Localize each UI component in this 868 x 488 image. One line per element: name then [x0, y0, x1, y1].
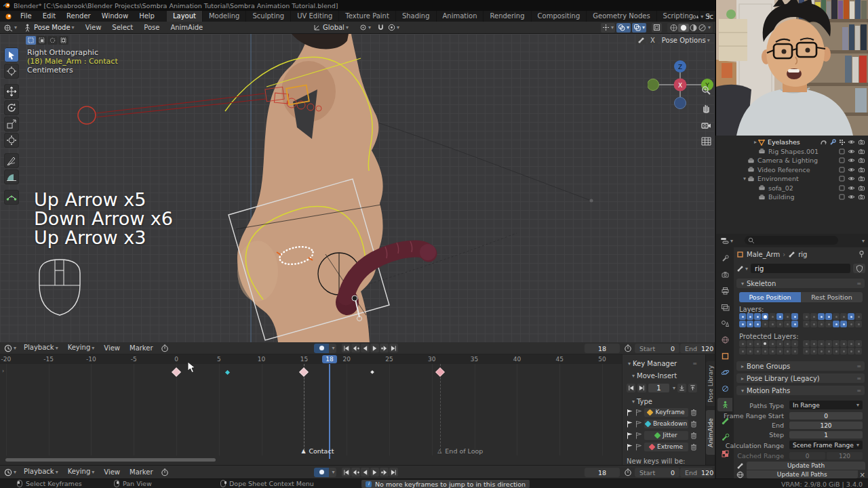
- workspace-tab-uv-editing[interactable]: UV Editing: [291, 11, 339, 22]
- layer-toggle[interactable]: [840, 321, 847, 327]
- layer-toggle[interactable]: [840, 340, 847, 347]
- layer-toggle[interactable]: [848, 348, 854, 354]
- auto-keying-dropdown[interactable]: ▾: [329, 468, 336, 477]
- use-preview-range-icon[interactable]: [624, 468, 632, 476]
- keyframe-0-keyframe-selected[interactable]: [172, 368, 180, 375]
- marker-label[interactable]: Contact: [309, 447, 334, 455]
- trash-icon[interactable]: [690, 420, 697, 428]
- panel-bone-groups[interactable]: ▸ Bone Groups ≡: [736, 361, 865, 371]
- move-tool[interactable]: [4, 84, 19, 99]
- select-mode-lasso[interactable]: [58, 36, 68, 45]
- stopwatch-icon[interactable]: [161, 468, 169, 476]
- camera-icon[interactable]: [858, 139, 865, 145]
- shading-solid-active[interactable]: [678, 24, 689, 32]
- select-mode-circle[interactable]: [47, 36, 58, 45]
- armature-overlay-chip[interactable]: [636, 35, 646, 45]
- mp-field-step[interactable]: 1: [789, 431, 863, 439]
- viewport-menu-view[interactable]: View: [80, 22, 107, 33]
- menu-render[interactable]: Render: [61, 11, 96, 22]
- mp-field-frame-range-start[interactable]: 0: [789, 412, 863, 420]
- transform-tool[interactable]: [4, 133, 19, 148]
- layer-toggle[interactable]: [739, 348, 746, 354]
- panel-pose-library[interactable]: ▸ Pose Library (Legacy) ≡: [736, 373, 865, 383]
- x-axis-chip[interactable]: X: [648, 35, 658, 45]
- timeline-ruler[interactable]: -20-15-10-50510152025303540455018: [0, 354, 622, 364]
- properties-tab-constraints[interactable]: [717, 382, 732, 395]
- layer-toggle[interactable]: [784, 313, 791, 320]
- properties-tab-output[interactable]: [717, 284, 732, 298]
- outliner-row-building[interactable]: Building: [716, 192, 868, 201]
- outliner-row-rig-shapes-001[interactable]: Rig Shapes.001: [716, 147, 868, 156]
- xray-toggle-button[interactable]: ▾: [632, 23, 646, 33]
- pan-hand-icon[interactable]: [701, 103, 711, 113]
- menu-view[interactable]: View: [99, 343, 125, 354]
- data-name-field[interactable]: rig: [751, 264, 850, 273]
- wrenchblue-icon[interactable]: [829, 139, 836, 146]
- rest-position-button[interactable]: Rest Position: [801, 292, 863, 302]
- marker-label[interactable]: End of Loop: [445, 447, 483, 455]
- outliner-item-label[interactable]: Environment: [757, 175, 799, 182]
- measure-tool[interactable]: [4, 169, 19, 184]
- layer-toggle[interactable]: [810, 348, 817, 354]
- keyframe-23-jitter[interactable]: [370, 370, 374, 374]
- breadcrumb-object[interactable]: Male_Arm: [747, 251, 780, 258]
- outliner-item-label[interactable]: Rig Shapes.001: [768, 148, 818, 155]
- layer-toggle[interactable]: [747, 313, 753, 320]
- layer-toggle[interactable]: [754, 313, 761, 320]
- flag-filled-icon[interactable]: [627, 443, 633, 451]
- jump-to-end-button[interactable]: [389, 344, 398, 352]
- panel-motion-paths[interactable]: ▾ Motion Paths ≡: [736, 386, 865, 395]
- key-type-button-keyframe[interactable]: Keyframe: [644, 408, 688, 417]
- exclude-checkbox[interactable]: [839, 176, 845, 182]
- layer-toggle[interactable]: [776, 321, 783, 327]
- proportional-edit-button[interactable]: ▾: [388, 24, 399, 31]
- layer-toggle[interactable]: [791, 340, 798, 347]
- exclude-checkbox[interactable]: [839, 185, 845, 191]
- layer-toggle[interactable]: [784, 321, 791, 327]
- auto-keying-dropdown[interactable]: ▾: [329, 344, 336, 353]
- layer-toggle[interactable]: [803, 321, 810, 327]
- layer-toggle[interactable]: [818, 340, 825, 347]
- panel-grip-icon[interactable]: ≡: [856, 388, 861, 394]
- layer-toggle[interactable]: [754, 348, 761, 354]
- frame-start-field[interactable]: Start0: [635, 468, 679, 477]
- workspace-tab-rendering[interactable]: Rendering: [484, 11, 531, 22]
- panel-grip-icon[interactable]: ≡: [692, 361, 697, 367]
- shading-wireframe-icon[interactable]: [669, 24, 678, 32]
- breadcrumb-data[interactable]: rig: [798, 251, 807, 258]
- layer-toggle[interactable]: [747, 340, 753, 347]
- layer-toggle[interactable]: [833, 340, 840, 347]
- exclude-checkbox[interactable]: [839, 167, 845, 173]
- update-path-button[interactable]: Update Path: [747, 462, 865, 470]
- eye-icon[interactable]: [848, 185, 855, 191]
- exclude-checkbox[interactable]: [839, 157, 845, 163]
- layer-toggle[interactable]: [776, 348, 783, 354]
- properties-tab-tool[interactable]: [717, 251, 732, 265]
- jump-back-button[interactable]: [627, 384, 635, 392]
- current-frame-field[interactable]: 18: [585, 344, 620, 353]
- jump-to-start-button[interactable]: [342, 344, 351, 352]
- layer-toggle[interactable]: [818, 313, 825, 320]
- eye-icon[interactable]: [848, 194, 855, 200]
- menu-window[interactable]: Window: [96, 11, 134, 22]
- trash-icon[interactable]: [690, 443, 697, 451]
- panel-grip-icon[interactable]: ≡: [856, 363, 861, 369]
- shading-material-icon[interactable]: [689, 24, 698, 32]
- jump-to-start-button[interactable]: [342, 468, 351, 476]
- layer-toggle[interactable]: [825, 321, 832, 327]
- next-keyframe-button[interactable]: [380, 344, 389, 352]
- channel-expander-icon[interactable]: ›: [2, 368, 4, 374]
- show-gizmo-button[interactable]: ▾: [601, 23, 615, 33]
- camera-view-icon[interactable]: [701, 121, 711, 129]
- frame-end-field[interactable]: End120: [680, 344, 713, 353]
- menu-edit[interactable]: Edit: [37, 11, 61, 22]
- layer-toggle[interactable]: [855, 313, 862, 320]
- prev-keyframe-button[interactable]: [351, 468, 360, 476]
- mp-dropdown-paths-type[interactable]: In Range▾: [789, 401, 863, 409]
- pose-options-tab[interactable]: Pose Options: [662, 37, 706, 44]
- outliner-row-video-reference[interactable]: Video Reference: [716, 165, 868, 174]
- keyframe-6-breakdown[interactable]: [225, 369, 230, 374]
- layer-toggle[interactable]: [791, 321, 798, 327]
- camera-icon[interactable]: [858, 167, 865, 173]
- key-type-button-extreme[interactable]: Extreme: [644, 443, 688, 451]
